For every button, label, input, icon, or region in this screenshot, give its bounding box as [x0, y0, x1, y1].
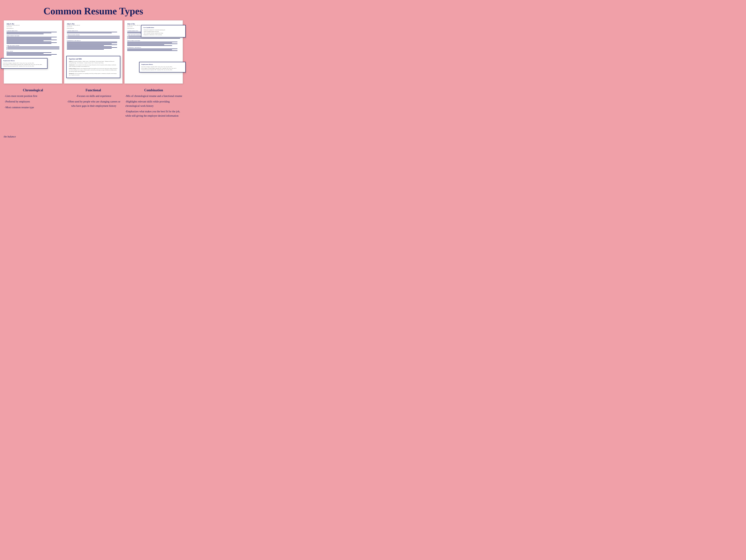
bullet-line [68, 37, 120, 37]
resume1-emp-line4 [6, 40, 57, 40]
resume1-edu-line4 [6, 55, 51, 56]
bullet-line [68, 36, 120, 36]
r2-bullet3 [67, 38, 120, 39]
chron-item1: -Lists most recent position first [5, 94, 62, 98]
r3-exp3 [127, 51, 177, 51]
r3-bullet3 [127, 38, 180, 39]
bullet-line [128, 38, 180, 38]
bullet-dot [67, 37, 67, 38]
bullet-dot [67, 38, 67, 39]
combination-emp-callout: Employment History Senior Process Engine… [139, 62, 186, 73]
r2-bullet2 [67, 37, 120, 38]
resume1-edu-line3 [6, 54, 57, 55]
r2-exp8 [67, 48, 112, 49]
bullet-dot [127, 38, 128, 39]
resume2-email: johndoe@email.com [67, 28, 120, 29]
resume1-education-title: EDUCATION [6, 51, 59, 52]
combination-label-title: Combination [124, 88, 183, 92]
r3-exp2 [127, 50, 172, 50]
r2-line1 [67, 32, 117, 32]
resume1-core-qual-title: CORE QUALIFICATIONS [6, 45, 59, 46]
comb-emp-line1: Senior Process Engineer, September 2016 … [141, 66, 183, 67]
resume2-phone: (225) 555-2234 [67, 26, 120, 27]
r2-bullet1 [67, 36, 120, 37]
chronological-resume-card: John A. Doe 935 Main Street, Ann Arbor, … [4, 20, 62, 84]
r2-exp3 [67, 44, 112, 44]
resume3-name: John A. Doe [127, 23, 180, 25]
r2-exp4 [67, 45, 117, 45]
chronological-resume-container: John A. Doe 935 Main Street, Ann Arbor, … [4, 20, 62, 84]
comb-item2: -Highlights relevant skills while provid… [125, 100, 183, 108]
functional-label-items: -Focuses on skills and experience -Often… [64, 94, 122, 108]
callout-chron-line3: Technical Professional, September 2010 -… [3, 65, 45, 67]
callout-func-line1: Skilled in Government Guidelines - Quali… [69, 61, 118, 64]
resume1-line2 [6, 33, 51, 33]
func-item2: -Often used by people who are changing c… [65, 100, 122, 108]
labels-row: Chronological -Lists most recent positio… [4, 88, 183, 119]
resume1-edu-line1 [6, 52, 51, 53]
bullet-dot [6, 49, 7, 50]
chron-item2-text: -Preferred by employers [5, 100, 30, 104]
combination-resume-container: John A. Doe 935 Main Street, Ann Arbor, … [124, 20, 183, 84]
chron-item3: -Most common resume type [5, 106, 62, 110]
chronological-callout-title: Employment History [3, 60, 45, 61]
resume1-bullet3 [6, 49, 59, 50]
r3-emp3 [127, 44, 177, 44]
func-item1: -Focuses on skills and experience [65, 94, 122, 98]
chron-item1-text: -Lists most recent position first [5, 94, 37, 98]
chronological-label-column: Chronological -Lists most recent positio… [4, 88, 62, 119]
func-item2-text: -Often used by people who are changing c… [65, 100, 122, 108]
resume1-name: John A. Doe [6, 23, 59, 25]
r2-exp2 [67, 43, 117, 43]
resume1-emp-line5 [6, 40, 44, 41]
combination-label-column: Combination -Mix of chronological resume… [124, 88, 183, 119]
comb-item2-text: -Highlights relevant skills while provid… [125, 100, 183, 108]
chronological-callout: Employment History Senior Process Engine… [1, 58, 48, 69]
resume1-edu-line2 [6, 53, 44, 54]
resume1-emp-line6 [6, 41, 51, 42]
callout-func-line3: Problem Solving: Designed a waste manage… [69, 68, 118, 72]
comb-item3: -Emphasizes what makes you the best fit … [125, 110, 183, 118]
comb-emp-line2: Process Engineer: Technical Support, Sep… [141, 67, 183, 69]
functional-resume-container: John A. Doe 935 Main Street, Ann Arbor, … [64, 20, 122, 84]
chronological-label-title: Chronological [4, 88, 62, 92]
r2-exp6 [67, 47, 112, 47]
r3-emp5 [127, 46, 172, 46]
comb-core-line2: - Adept at managing programs and people [143, 31, 183, 33]
comb-item1-text: -Mix of chronological resume and a funct… [125, 94, 182, 98]
r3-emp1 [127, 42, 177, 42]
r3-exp1 [127, 49, 177, 49]
resume1-emp-line1 [6, 37, 57, 37]
resume2-name: John A. Doe [67, 23, 120, 25]
resumes-row: John A. Doe 935 Main Street, Ann Arbor, … [4, 20, 183, 84]
r3-section-exp: EXPERIENCE AND SKILLS [127, 47, 180, 51]
resume1-address: 935 Main Street, Ann Arbor, MI 55333 [6, 25, 59, 26]
r2-exp7 [67, 47, 117, 48]
resume3-emp-hist-title: EMPLOYMENT HISTORY [127, 40, 180, 41]
page-wrapper: Common Resume Types John A. Doe 935 Main… [0, 0, 186, 140]
bullet-dot [127, 37, 128, 38]
resume1-bullet1 [6, 47, 59, 47]
resume1-emp-line2 [6, 38, 51, 38]
bullet-line [7, 47, 59, 47]
resume1-bullet2 [6, 48, 59, 49]
comb-item3-text: -Emphasizes what makes you the best fit … [125, 110, 183, 118]
resume1-emp-hist-title: EMPLOYMENT HISTORY [6, 35, 59, 36]
combination-label-items: -Mix of chronological resume and a funct… [124, 94, 183, 118]
comb-emp-callout-title: Employment History [141, 64, 183, 65]
bullet-line [7, 48, 59, 48]
resume1-emp-line8 [6, 44, 51, 44]
brand-footer: the balance [4, 135, 16, 138]
comb-core-line1: - Background managing direct transportat… [143, 29, 183, 31]
resume1-phone: (225) 555-2234 [6, 26, 59, 27]
functional-label-title: Functional [64, 88, 122, 92]
comb-core-callout-title: Core Qualifications [143, 27, 183, 28]
resume1-emp-line3 [6, 39, 51, 39]
bullet-line [7, 49, 59, 49]
resume2-address: 935 Main Street, Ann Arbor, MI 55333 [67, 25, 120, 26]
comb-emp-line3: Technical Professional, September 2010 -… [141, 69, 183, 71]
callout-chron-line2: Process Engineer: Technical Support, Sep… [3, 64, 45, 65]
resume2-core-qual-title: CORE QUALIFICATIONS [67, 34, 120, 35]
bullet-line [68, 38, 120, 38]
resume1-email: johndoe@email.com [6, 28, 59, 29]
